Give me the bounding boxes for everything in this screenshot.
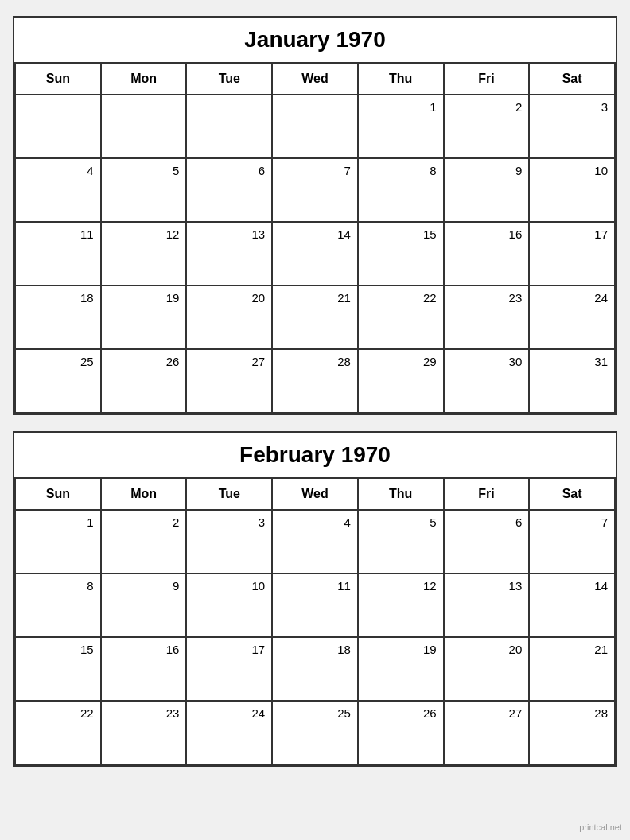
- day-cell-1-1-6: 14: [530, 574, 616, 638]
- day-cell-1-0-0: 1: [16, 511, 102, 574]
- day-cell-0-4-0: 25: [16, 350, 102, 414]
- day-header-fri: Fri: [445, 64, 531, 95]
- day-cell-0-1-6: 10: [530, 159, 616, 223]
- day-cell-0-3-5: 23: [445, 286, 531, 350]
- day-cell-1-1-2: 10: [187, 574, 273, 638]
- day-header-sat: Sat: [530, 64, 616, 95]
- day-cell-1-1-1: 9: [102, 574, 188, 638]
- day-cell-0-3-0: 18: [16, 286, 102, 350]
- day-cell-1-1-4: 12: [359, 574, 445, 638]
- day-cell-1-2-1: 16: [102, 638, 188, 702]
- day-cell-1-1-3: 11: [273, 574, 359, 638]
- day-cell-0-3-4: 22: [359, 286, 445, 350]
- day-cell-1-2-4: 19: [359, 638, 445, 702]
- day-cell-1-3-0: 22: [16, 702, 102, 765]
- day-cell-0-1-3: 7: [273, 159, 359, 223]
- day-header-tue: Tue: [187, 479, 273, 511]
- calendar-title-february-1970: February 1970: [14, 433, 616, 479]
- day-cell-0-3-6: 24: [530, 286, 616, 350]
- day-cell-0-4-1: 26: [102, 350, 188, 414]
- day-cell-1-3-2: 24: [187, 702, 273, 765]
- day-cell-1-0-3: 4: [273, 511, 359, 574]
- day-header-thu: Thu: [359, 64, 445, 95]
- day-cell-1-2-6: 21: [530, 638, 616, 702]
- day-header-fri: Fri: [445, 479, 531, 511]
- day-cell-0-4-3: 28: [273, 350, 359, 414]
- day-cell-1-0-1: 2: [102, 511, 188, 574]
- day-header-wed: Wed: [273, 479, 359, 511]
- day-cell-1-2-2: 17: [187, 638, 273, 702]
- day-cell-0-1-1: 5: [102, 159, 188, 223]
- day-header-thu: Thu: [359, 479, 445, 511]
- day-header-sun: Sun: [16, 479, 102, 511]
- day-cell-1-0-2: 3: [187, 511, 273, 574]
- day-header-mon: Mon: [102, 64, 188, 95]
- day-cell-0-4-4: 29: [359, 350, 445, 414]
- day-cell-0-0-4: 1: [359, 95, 445, 159]
- day-header-sun: Sun: [16, 64, 102, 95]
- day-cell-1-3-3: 25: [273, 702, 359, 765]
- day-cell-1-0-6: 7: [530, 511, 616, 574]
- day-cell-1-3-1: 23: [102, 702, 188, 765]
- day-cell-0-0-2: [187, 95, 273, 159]
- day-cell-0-4-6: 31: [530, 350, 616, 414]
- day-cell-0-0-0: [16, 95, 102, 159]
- day-cell-0-3-2: 20: [187, 286, 273, 350]
- day-cell-0-3-1: 19: [102, 286, 188, 350]
- day-cell-0-2-1: 12: [102, 223, 188, 286]
- day-cell-1-3-5: 27: [445, 702, 531, 765]
- calendar-february-1970: February 1970SunMonTueWedThuFriSat123456…: [13, 431, 617, 767]
- day-cell-0-1-5: 9: [445, 159, 531, 223]
- day-header-sat: Sat: [530, 479, 616, 511]
- day-cell-0-0-1: [102, 95, 188, 159]
- day-cell-0-2-0: 11: [16, 223, 102, 286]
- day-cell-0-4-5: 30: [445, 350, 531, 414]
- day-cell-1-1-0: 8: [16, 574, 102, 638]
- day-cell-0-0-6: 3: [530, 95, 616, 159]
- day-cell-0-2-6: 17: [530, 223, 616, 286]
- day-cell-1-2-0: 15: [16, 638, 102, 702]
- day-cell-0-2-2: 13: [187, 223, 273, 286]
- watermark: printcal.net: [579, 822, 622, 832]
- day-cell-0-1-4: 8: [359, 159, 445, 223]
- calendar-january-1970: January 1970SunMonTueWedThuFriSat1234567…: [13, 16, 617, 415]
- day-header-wed: Wed: [273, 64, 359, 95]
- day-cell-1-0-4: 5: [359, 511, 445, 574]
- day-cell-1-2-5: 20: [445, 638, 531, 702]
- day-cell-1-3-4: 26: [359, 702, 445, 765]
- day-cell-0-1-0: 4: [16, 159, 102, 223]
- day-cell-1-3-6: 28: [530, 702, 616, 765]
- day-cell-0-2-3: 14: [273, 223, 359, 286]
- day-cell-0-0-5: 2: [445, 95, 531, 159]
- day-cell-1-1-5: 13: [445, 574, 531, 638]
- day-header-tue: Tue: [187, 64, 273, 95]
- day-cell-0-2-4: 15: [359, 223, 445, 286]
- day-cell-0-2-5: 16: [445, 223, 531, 286]
- day-cell-1-0-5: 6: [445, 511, 531, 574]
- calendar-title-january-1970: January 1970: [14, 18, 616, 64]
- day-cell-1-2-3: 18: [273, 638, 359, 702]
- day-cell-0-3-3: 21: [273, 286, 359, 350]
- day-cell-0-0-3: [273, 95, 359, 159]
- day-header-mon: Mon: [102, 479, 188, 511]
- day-cell-0-1-2: 6: [187, 159, 273, 223]
- day-cell-0-4-2: 27: [187, 350, 273, 414]
